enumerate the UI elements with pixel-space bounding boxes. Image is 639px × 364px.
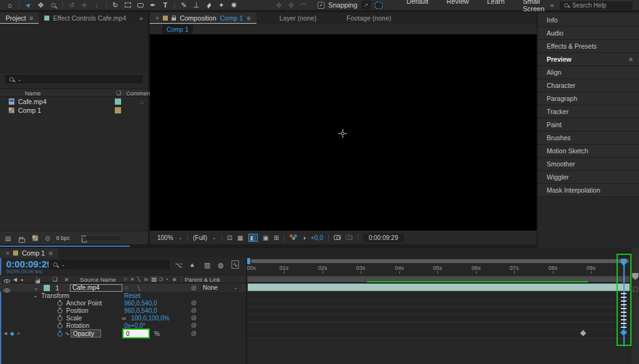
resolution-select[interactable]: (Full) (193, 234, 207, 241)
pane-divider[interactable] (246, 258, 247, 364)
close-icon[interactable]: × (155, 14, 159, 22)
motion-blur-icon[interactable]: ◍ (218, 261, 224, 269)
comp-button-icon[interactable] (633, 287, 638, 292)
navigator-start-handle[interactable] (247, 258, 250, 264)
preview-timecode[interactable]: 0:00:09:29 (363, 233, 404, 242)
ruler-label[interactable]: 05s (429, 265, 446, 271)
scale-row[interactable]: Scale ∞ 100,0,100,0% @ (0, 314, 246, 322)
tab-overflow-icon[interactable]: » (139, 14, 148, 22)
property-value[interactable]: 100,0,100,0% (131, 315, 170, 322)
panel-menu-icon[interactable]: ≡ (246, 14, 250, 22)
new-folder-icon[interactable] (19, 238, 25, 242)
pickwhip-icon[interactable]: @ (191, 330, 197, 337)
opacity-value-field[interactable]: 0 (124, 330, 149, 337)
project-search-box[interactable]: ⌄ (5, 75, 143, 84)
shy-icon[interactable]: ⚐ (124, 276, 128, 282)
tag-icon[interactable]: ❏ (116, 90, 121, 96)
frame-blending-icon[interactable]: ▥ (204, 261, 210, 269)
shy-toggle-icon[interactable]: ⚐ (124, 285, 129, 290)
guides-icon[interactable]: ⊞ (274, 234, 279, 241)
ruler-label[interactable]: 01s (276, 265, 292, 271)
ruler-label[interactable]: 02s (315, 265, 331, 271)
snapping-checkbox[interactable]: ✓ (318, 2, 324, 9)
stopwatch-icon[interactable] (57, 309, 62, 314)
column-comment[interactable]: Comment (126, 89, 152, 96)
property-value[interactable]: 960,0,540,0 (124, 300, 157, 307)
tab-footage[interactable]: Footage (none) (341, 12, 397, 24)
column-parent-link[interactable]: Parent & Link (185, 275, 220, 282)
sidebar-item-smoother[interactable]: Smoother (538, 158, 639, 171)
sidebar-item-info[interactable]: Info (538, 14, 639, 27)
label-color-swatch[interactable] (115, 107, 121, 113)
snapshot-icon[interactable] (334, 235, 341, 240)
project-row-comp[interactable]: Comp 1 (0, 106, 148, 115)
view-options-icon[interactable]: ⊡ (227, 234, 232, 241)
tab-layer[interactable]: Layer (none) (274, 12, 323, 24)
new-composition-icon[interactable] (32, 235, 38, 241)
composition-viewer[interactable] (150, 34, 537, 231)
collapse-icon[interactable]: ✳ (130, 276, 135, 282)
position-row[interactable]: Position 960,0,540,0 @ (0, 307, 246, 314)
pen-tool-icon[interactable]: ✒ (149, 1, 156, 9)
pickwhip-icon[interactable]: @ (191, 300, 197, 306)
pickwhip-icon[interactable]: @ (191, 307, 197, 314)
region-of-interest-icon[interactable]: ▣ (263, 234, 268, 241)
eye-icon[interactable] (4, 279, 10, 283)
draft-3d-icon[interactable]: ▲ (189, 261, 195, 268)
tab-project[interactable]: Project ≡ (0, 12, 39, 24)
rotation-tool-icon[interactable]: ↻ (112, 1, 119, 9)
parent-pickwhip-icon[interactable]: @ (191, 285, 197, 291)
project-settings-icon[interactable]: ⊙ (45, 234, 50, 241)
interpret-footage-icon[interactable]: ▤ (5, 234, 11, 241)
shape-tool-icon[interactable] (137, 1, 144, 9)
ruler-label[interactable]: 06s (468, 265, 484, 271)
hand-tool-icon[interactable]: ✥ (37, 1, 44, 9)
layer-name-field[interactable]: Cafe.mp4 (70, 284, 122, 292)
sidebar-item-character[interactable]: Character (538, 79, 639, 92)
breadcrumb[interactable]: Comp 1 (162, 24, 193, 34)
3d-layer-icon[interactable]: ⊕ (172, 276, 177, 282)
orbit-camera-tool-icon[interactable]: ↺ (69, 1, 76, 9)
audio-icon[interactable]: ◀ (13, 276, 17, 282)
keyframe-toggle-icon[interactable]: ◆ (10, 330, 14, 337)
transform-reset-link[interactable]: Reset (124, 292, 140, 299)
puppet-pin-tool-icon[interactable]: ✱ (230, 1, 237, 9)
close-icon[interactable]: × (6, 249, 9, 257)
puppet-overlap-tool-icon[interactable]: ✢ (275, 1, 282, 9)
mask-visibility-icon[interactable]: ◧ (248, 234, 258, 242)
stopwatch-icon[interactable] (57, 316, 62, 321)
lasso-tool-icon[interactable]: ◠ (300, 1, 307, 9)
brush-tool-icon[interactable]: ✎ (180, 1, 187, 9)
roto-brush-tool-icon[interactable]: ✦ (218, 1, 225, 9)
exposure-icon[interactable]: ◑ (302, 234, 306, 241)
opacity-label-field[interactable]: Opacity (71, 330, 101, 338)
timeline-search-box[interactable]: ⌄ (49, 260, 170, 269)
sidebar-item-effects-presets[interactable]: Effects & Presets (538, 40, 639, 53)
current-time-display[interactable]: 0:00:09:29 (6, 259, 52, 269)
next-keyframe-icon[interactable]: ▶ (17, 331, 21, 336)
opacity-row[interactable]: ◀ ◆ ▶ ∿ Opacity 0 % @ (0, 329, 246, 338)
transform-group-row[interactable]: ⌄ Transform Reset (0, 292, 246, 299)
comp-marker-bin-icon[interactable] (632, 273, 638, 280)
dolly-camera-tool-icon[interactable]: ↓ (94, 1, 100, 9)
sidebar-item-brushes[interactable]: Brushes (538, 132, 639, 145)
sidebar-item-paint[interactable]: Paint (538, 118, 639, 132)
puppet-starch-tool-icon[interactable]: ✣ (288, 1, 295, 9)
ruler-label[interactable]: 03s (353, 265, 369, 271)
channel-colors-icon[interactable] (290, 234, 297, 241)
parent-dropdown[interactable]: None ⌄ (200, 284, 241, 291)
ruler-label[interactable]: 04s (391, 265, 407, 271)
graph-editor-icon[interactable]: ∿ (232, 261, 239, 269)
workspace-small-screen[interactable]: Small Screen (523, 0, 545, 12)
sidebar-item-audio[interactable]: Audio (538, 27, 639, 40)
project-row-cafe[interactable]: Cafe.mp4 ∴ (0, 97, 148, 106)
workspace-learn[interactable]: Learn (487, 0, 505, 12)
sidebar-item-tracker[interactable]: Tracker (538, 105, 639, 118)
ruler-label[interactable]: :00s (245, 265, 261, 271)
ruler-label[interactable]: 09s (583, 265, 599, 271)
tab-timeline-comp[interactable]: × Comp 1 ≡ (0, 248, 58, 258)
graph-overlay-icon[interactable]: ∿ (65, 330, 70, 337)
tag-icon[interactable]: ❏ (52, 276, 57, 282)
fx-icon[interactable]: fx (144, 276, 148, 282)
transform-expand-chevron-icon[interactable]: ⌄ (33, 292, 38, 299)
